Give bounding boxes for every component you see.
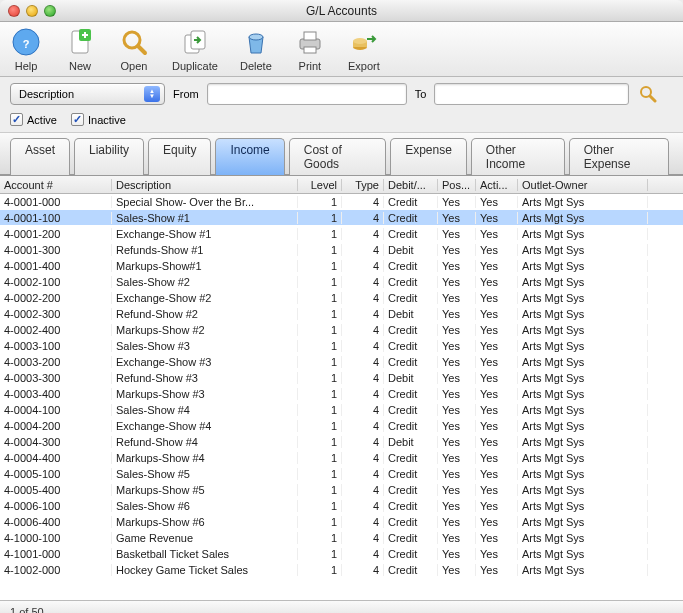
tab-asset[interactable]: Asset <box>10 138 70 175</box>
table-row[interactable]: 4-0006-400Markups-Show #614CreditYesYesA… <box>0 514 683 530</box>
table-row[interactable]: 4-0003-400Markups-Show #314CreditYesYesA… <box>0 386 683 402</box>
cell: Yes <box>476 244 518 256</box>
cell: Yes <box>438 228 476 240</box>
cell: Credit <box>384 500 438 512</box>
tab-expense[interactable]: Expense <box>390 138 467 175</box>
column-header[interactable]: Pos... <box>438 179 476 191</box>
table-row[interactable]: 4-0004-100Sales-Show #414CreditYesYesArt… <box>0 402 683 418</box>
print-button[interactable]: Print <box>294 26 326 72</box>
cell: Arts Mgt Sys <box>518 564 648 576</box>
table-row[interactable]: 4-0005-400Markups-Show #514CreditYesYesA… <box>0 482 683 498</box>
cell: 1 <box>298 292 342 304</box>
tab-liability[interactable]: Liability <box>74 138 144 175</box>
cell: Sales-Show #2 <box>112 276 298 288</box>
search-button[interactable] <box>637 83 659 105</box>
table-row[interactable]: 4-0001-100Sales-Show #114CreditYesYesArt… <box>0 210 683 226</box>
table-body[interactable]: 4-0001-000Special Show- Over the Br...14… <box>0 194 683 601</box>
svg-point-14 <box>353 38 367 44</box>
cell: Exchange-Show #2 <box>112 292 298 304</box>
cell: Yes <box>476 564 518 576</box>
table-row[interactable]: 4-1002-000Hockey Game Ticket Sales14Cred… <box>0 562 683 578</box>
cell: Yes <box>438 404 476 416</box>
table-row[interactable]: 4-0001-300Refunds-Show #114DebitYesYesAr… <box>0 242 683 258</box>
column-header[interactable]: Description <box>112 179 298 191</box>
cell: Arts Mgt Sys <box>518 196 648 208</box>
table-row[interactable]: 4-0001-400Markups-Show#114CreditYesYesAr… <box>0 258 683 274</box>
table-row[interactable]: 4-0003-200Exchange-Show #314CreditYesYes… <box>0 354 683 370</box>
table-row[interactable]: 4-0002-100Sales-Show #214CreditYesYesArt… <box>0 274 683 290</box>
table-row[interactable]: 4-0002-300Refund-Show #214DebitYesYesArt… <box>0 306 683 322</box>
duplicate-button[interactable]: Duplicate <box>172 26 218 72</box>
table-row[interactable]: 4-0003-100Sales-Show #314CreditYesYesArt… <box>0 338 683 354</box>
column-header[interactable]: Acti... <box>476 179 518 191</box>
cell: Yes <box>438 452 476 464</box>
column-header[interactable]: Level <box>298 179 342 191</box>
cell: Yes <box>476 196 518 208</box>
table-row[interactable]: 4-0002-200Exchange-Show #214CreditYesYes… <box>0 290 683 306</box>
table-row[interactable]: 4-0001-000Special Show- Over the Br...14… <box>0 194 683 210</box>
cell: 4-0005-400 <box>0 484 112 496</box>
cell: 4-0002-400 <box>0 324 112 336</box>
cell: 1 <box>298 468 342 480</box>
cell: Yes <box>476 420 518 432</box>
export-button[interactable]: Export <box>348 26 380 72</box>
table-row[interactable]: 4-0001-200Exchange-Show #114CreditYesYes… <box>0 226 683 242</box>
new-label: New <box>69 60 91 72</box>
table-row[interactable]: 4-0004-200Exchange-Show #414CreditYesYes… <box>0 418 683 434</box>
export-icon <box>348 26 380 58</box>
help-button[interactable]: ? Help <box>10 26 42 72</box>
cell: 1 <box>298 260 342 272</box>
cell: Credit <box>384 564 438 576</box>
zoom-button[interactable] <box>44 5 56 17</box>
table-row[interactable]: 4-0004-400Markups-Show #414CreditYesYesA… <box>0 450 683 466</box>
cell: Yes <box>438 516 476 528</box>
column-header[interactable]: Account # <box>0 179 112 191</box>
column-header[interactable]: Outlet-Owner <box>518 179 648 191</box>
column-header[interactable]: Type <box>342 179 384 191</box>
inactive-checkbox[interactable]: ✓ Inactive <box>71 113 126 126</box>
cell: 4-0004-400 <box>0 452 112 464</box>
delete-button[interactable]: Delete <box>240 26 272 72</box>
cell: Yes <box>438 388 476 400</box>
cell: 1 <box>298 196 342 208</box>
open-button[interactable]: Open <box>118 26 150 72</box>
new-button[interactable]: New <box>64 26 96 72</box>
cell: Yes <box>438 276 476 288</box>
table-row[interactable]: 4-0002-400Markups-Show #214CreditYesYesA… <box>0 322 683 338</box>
cell: 4 <box>342 244 384 256</box>
active-checkbox[interactable]: ✓ Active <box>10 113 57 126</box>
filter-field-select[interactable]: Description ▲▼ <box>10 83 165 105</box>
cell: 4 <box>342 308 384 320</box>
toolbar: ? Help New Open Duplicate Delete Print E… <box>0 22 683 77</box>
cell: Game Revenue <box>112 532 298 544</box>
cell: 1 <box>298 356 342 368</box>
cell: Arts Mgt Sys <box>518 468 648 480</box>
cell: 4 <box>342 340 384 352</box>
table-row[interactable]: 4-0003-300Refund-Show #314DebitYesYesArt… <box>0 370 683 386</box>
title-bar: G/L Accounts <box>0 0 683 22</box>
column-header[interactable]: Debit/... <box>384 179 438 191</box>
cell: Credit <box>384 532 438 544</box>
cell: Debit <box>384 308 438 320</box>
cell: Credit <box>384 548 438 560</box>
table-row[interactable]: 4-0004-300Refund-Show #414DebitYesYesArt… <box>0 434 683 450</box>
cell: Yes <box>438 468 476 480</box>
minimize-button[interactable] <box>26 5 38 17</box>
tab-other-income[interactable]: Other Income <box>471 138 565 175</box>
table-row[interactable]: 4-1001-000Basketball Ticket Sales14Credi… <box>0 546 683 562</box>
cell: Basketball Ticket Sales <box>112 548 298 560</box>
to-input[interactable] <box>434 83 629 105</box>
cell: Yes <box>476 324 518 336</box>
tab-equity[interactable]: Equity <box>148 138 211 175</box>
table-header: Account #DescriptionLevelTypeDebit/...Po… <box>0 176 683 194</box>
tab-income[interactable]: Income <box>215 138 284 175</box>
tab-other-expense[interactable]: Other Expense <box>569 138 669 175</box>
tab-cost-of-goods[interactable]: Cost of Goods <box>289 138 386 175</box>
table-row[interactable]: 4-0005-100Sales-Show #514CreditYesYesArt… <box>0 466 683 482</box>
cell: 4-0006-400 <box>0 516 112 528</box>
svg-text:?: ? <box>23 38 30 50</box>
from-input[interactable] <box>207 83 407 105</box>
close-button[interactable] <box>8 5 20 17</box>
table-row[interactable]: 4-1000-100Game Revenue14CreditYesYesArts… <box>0 530 683 546</box>
table-row[interactable]: 4-0006-100Sales-Show #614CreditYesYesArt… <box>0 498 683 514</box>
